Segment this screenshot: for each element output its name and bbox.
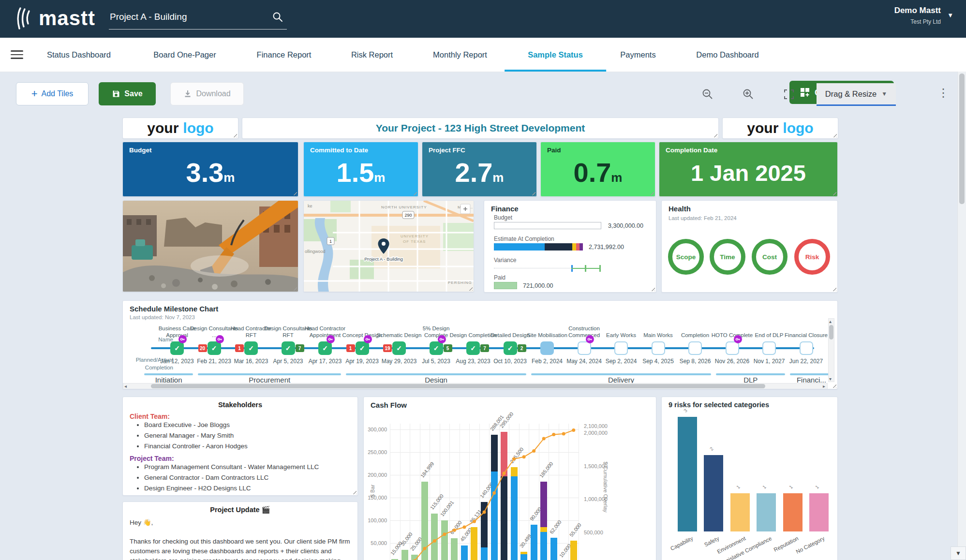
user-menu[interactable]: Demo Mastt Test Pty Ltd: [894, 6, 941, 25]
milestone-marker-planned[interactable]: [800, 341, 813, 355]
logo-tile-right[interactable]: your logo: [722, 118, 838, 139]
scroll-left-icon[interactable]: ◂: [124, 383, 127, 389]
kpi-value: 1.5: [337, 157, 374, 188]
scroll-up-icon[interactable]: ▴: [829, 319, 832, 324]
milestone-marker-done[interactable]: ✓: [318, 341, 332, 355]
risk-bar-no-category: [809, 493, 829, 531]
mastt-dashboard-app: mastt Project A - Building Demo Mastt Te…: [0, 0, 966, 560]
tab-sample-status[interactable]: Sample Status: [525, 38, 586, 72]
risk-bar-value: 1: [735, 484, 741, 490]
page-scroll-down-button[interactable]: ▼: [951, 546, 966, 560]
finance-tile[interactable]: Finance Budget 3,300,000.00 Estimate At …: [484, 200, 656, 293]
kpi-value: 2.7: [455, 157, 493, 188]
kpi-budget[interactable]: Budget 3.3m: [122, 142, 298, 197]
milestone-marker-done[interactable]: ✓: [282, 341, 295, 355]
kpi-suffix: m: [223, 170, 235, 185]
svg-text:OF TEXAS: OF TEXAS: [403, 239, 426, 244]
global-search-input[interactable]: Project A - Building: [109, 8, 287, 29]
search-icon[interactable]: [271, 11, 284, 23]
download-button[interactable]: Download: [170, 82, 244, 105]
construction-site-photo: [123, 201, 298, 292]
cash-flow-tile[interactable]: Cash Flow 300,000250,000200,000150,00010…: [363, 397, 656, 560]
scroll-right-icon[interactable]: ▸: [823, 383, 825, 389]
mode-select-value: Drag & Resize: [825, 89, 877, 99]
tab-demo-dashboard[interactable]: Demo Dashboard: [693, 38, 761, 72]
tab-board-one-pager[interactable]: Board One-Pager: [150, 38, 219, 72]
kpi-committed[interactable]: Committed to Date 1.5m: [303, 142, 418, 197]
milestone-marker-done[interactable]: ✓: [170, 341, 184, 355]
milestone-marker-planned[interactable]: [614, 341, 628, 355]
project-title-tile[interactable]: Your Project - 123 High Street Developme…: [242, 118, 719, 139]
phase-band: [198, 373, 341, 375]
scroll-down-icon[interactable]: ▾: [829, 376, 832, 382]
kpi-label: Budget: [129, 147, 152, 154]
finance-paid-bar: [494, 282, 517, 289]
mastt-logo[interactable]: mastt: [16, 7, 95, 30]
save-label: Save: [124, 89, 142, 98]
milestone-marker-planned[interactable]: [652, 341, 665, 355]
stakeholder-group-heading: Client Team:: [130, 413, 357, 420]
milestone-marker-done[interactable]: ✓: [504, 341, 517, 355]
more-options-icon[interactable]: ⋮: [937, 86, 947, 100]
menu-icon[interactable]: [11, 50, 23, 59]
zoom-out-icon[interactable]: [701, 88, 714, 101]
logo-tile-left[interactable]: your logo: [122, 118, 238, 139]
milestone-key-icon: [327, 335, 335, 343]
milestone-key-icon: [734, 335, 742, 343]
health-last-updated: Last updated: Feb 21, 2024: [669, 215, 737, 221]
dashboard-tab-bar: Status DashboardBoard One-PagerFinance R…: [0, 38, 966, 72]
stakeholders-tile[interactable]: Stakeholders Client Team:Board Executive…: [122, 397, 358, 496]
tab-monthly-report[interactable]: Monthly Report: [430, 38, 490, 72]
milestone-marker-done[interactable]: ✓: [466, 341, 480, 355]
project-map-tile[interactable]: 290 1 ke NORTH UNIVERSITY MUELL.. UNIVER…: [303, 200, 474, 292]
milestone-marker-current[interactable]: [540, 341, 554, 355]
svg-text:PERSHING: PERSHING: [448, 280, 472, 285]
page-scrollbar-thumb[interactable]: [959, 74, 965, 204]
stakeholder-item: Financial Controller - Aaron Hodges: [144, 442, 357, 450]
tab-status-dashboard[interactable]: Status Dashboard: [44, 38, 114, 72]
kpi-project-ffc[interactable]: Project FFC 2.7m: [422, 142, 537, 197]
download-icon: [183, 89, 192, 98]
page-scrollbar[interactable]: [957, 72, 966, 560]
milestone-overdue-badge: 19: [383, 344, 392, 352]
milestone-marker-done[interactable]: ✓: [208, 341, 221, 355]
save-button[interactable]: Save: [99, 82, 156, 105]
risk-bar-value: 1: [788, 484, 794, 490]
risks-tile[interactable]: 9 risks for selected categories 3Capabil…: [661, 397, 838, 560]
user-org: Test Pty Ltd: [894, 18, 941, 25]
finance-title: Finance: [491, 205, 519, 213]
user-menu-caret-icon[interactable]: ▼: [947, 12, 953, 19]
milestone-marker-done[interactable]: ✓: [392, 341, 406, 355]
milestone-marker-done[interactable]: ✓: [430, 341, 443, 355]
global-search-value: Project A - Building: [110, 12, 187, 22]
fullscreen-icon[interactable]: [783, 88, 795, 101]
add-tiles-label: Add Tiles: [42, 89, 74, 98]
project-photo-tile[interactable]: [122, 200, 298, 292]
project-update-tile[interactable]: Project Update 🎬 Hey 👋, Thanks for check…: [122, 501, 358, 560]
schedule-milestone-tile[interactable]: Schedule Milestone Chart Last updated: N…: [122, 300, 838, 389]
stakeholder-item: Board Executive - Joe Bloggs: [144, 421, 357, 428]
milestone-marker-planned[interactable]: [726, 341, 739, 355]
tab-payments[interactable]: Payments: [617, 38, 658, 72]
milestone-key-icon: [364, 335, 372, 343]
milestone-v-scroll-thumb[interactable]: [829, 325, 833, 339]
add-tiles-button[interactable]: + Add Tiles: [16, 82, 89, 105]
milestone-h-scroll-thumb[interactable]: [151, 384, 765, 388]
y-axis-tick-right: 2,000,000: [584, 430, 608, 436]
drag-resize-mode-select[interactable]: Drag & Resize ▼: [817, 83, 896, 106]
save-icon: [112, 89, 120, 98]
milestone-marker-done[interactable]: ✓: [356, 341, 369, 355]
tab-risk-report[interactable]: Risk Report: [348, 38, 396, 72]
logo-word-1: your: [747, 120, 778, 136]
tab-finance-report[interactable]: Finance Report: [254, 38, 314, 72]
health-tile[interactable]: Health Last updated: Feb 21, 2024 ScopeT…: [661, 200, 838, 293]
milestone-marker-planned[interactable]: [688, 341, 702, 355]
kpi-completion-date[interactable]: Completion Date 1 Jan 2025: [659, 142, 838, 197]
finance-eac-segment: [545, 243, 572, 251]
milestone-marker-planned[interactable]: [578, 341, 591, 355]
milestone-marker-done[interactable]: ✓: [244, 341, 258, 355]
zoom-in-icon[interactable]: [742, 88, 755, 101]
kpi-paid[interactable]: Paid 0.7m: [540, 142, 655, 197]
finance-paid-value: 721,000.00: [523, 282, 553, 289]
milestone-marker-planned[interactable]: [762, 341, 776, 355]
